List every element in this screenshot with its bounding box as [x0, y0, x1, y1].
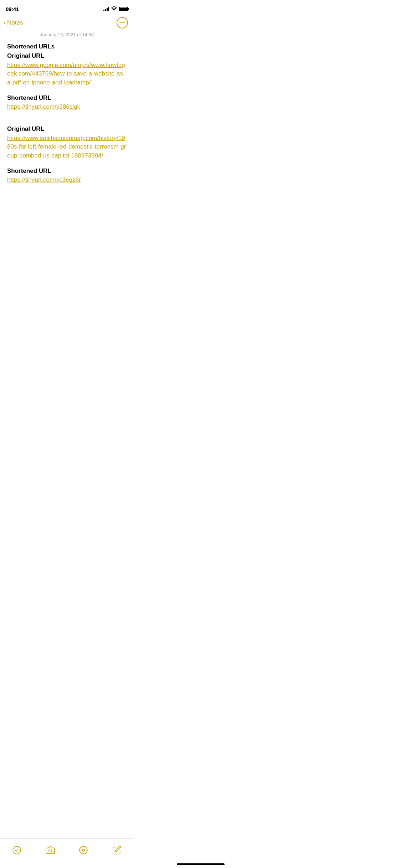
- wifi-icon: [111, 6, 117, 12]
- section-divider: [7, 118, 78, 118]
- link-original-url-2[interactable]: https://www.smithsonianmag.com/history/1…: [7, 134, 127, 160]
- battery-icon: [119, 7, 128, 11]
- heading-shortened-url-2: Shortened URL: [7, 167, 127, 175]
- heading-original-url-1: Original URL: [7, 52, 127, 60]
- note-content: January 19, 2021 at 14:58 Shortened URLs…: [0, 32, 134, 185]
- ellipsis-icon: •••: [119, 20, 125, 25]
- signal-icon: [103, 7, 109, 11]
- status-icons: [103, 6, 128, 12]
- link-shortened-url-1[interactable]: https://tinyurl.com/y386sjgk: [7, 103, 127, 112]
- heading-shortened-url-1: Shortened URL: [7, 94, 127, 102]
- section-block-short-2: Shortened URL https://tinyurl.com/yc3egz…: [7, 167, 127, 185]
- note-date: January 19, 2021 at 14:58: [7, 32, 127, 37]
- back-label: Notes: [7, 19, 23, 26]
- heading-shortened-urls: Shortened URLs: [7, 42, 127, 51]
- heading-original-url-2: Original URL: [7, 125, 127, 133]
- status-bar: 09:41: [0, 0, 134, 16]
- svg-point-0: [114, 10, 114, 11]
- chevron-left-icon: ‹: [4, 19, 6, 26]
- status-time: 09:41: [6, 6, 19, 12]
- link-shortened-url-2[interactable]: https://tinyurl.com/yc3egz6r: [7, 176, 127, 185]
- section-block-short-1: Shortened URL https://tinyurl.com/y386sj…: [7, 94, 127, 112]
- link-original-url-1[interactable]: https://www.google.com/amp/s/www.howtoge…: [7, 61, 127, 87]
- section-block-1: Shortened URLs Original URL https://www.…: [7, 42, 127, 87]
- back-button[interactable]: ‹ Notes: [4, 19, 23, 26]
- nav-bar: ‹ Notes •••: [0, 16, 134, 32]
- more-button[interactable]: •••: [117, 17, 128, 29]
- section-block-2: Original URL https://www.smithsonianmag.…: [7, 125, 127, 160]
